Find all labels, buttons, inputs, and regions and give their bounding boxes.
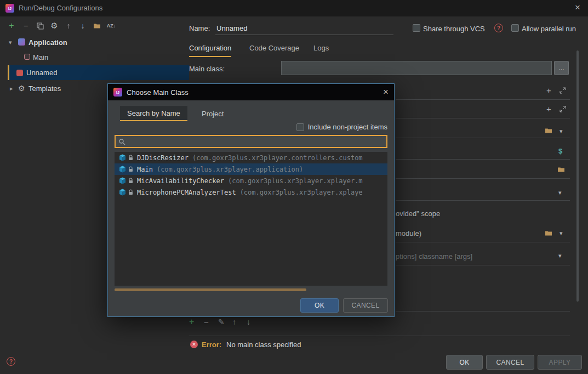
include-non-project-label: Include non-project items	[308, 123, 387, 131]
class-name: MicAvailabilityChecker	[137, 177, 224, 185]
window-titlebar: IJ Run/Debug Configurations ×	[0, 0, 588, 16]
error-label: Error:	[202, 341, 221, 349]
browse-main-class-button[interactable]: ...	[554, 61, 569, 75]
class-cube-icon	[119, 154, 126, 161]
sidebar-item-main[interactable]: Main	[33, 53, 48, 61]
include-non-project-row: Include non-project items	[296, 123, 387, 131]
divider-line	[396, 159, 570, 160]
tab-configuration[interactable]: Configuration	[189, 44, 231, 57]
tab-search-by-name[interactable]: Search by Name	[120, 106, 187, 121]
divider-line	[396, 118, 570, 118]
cancel-button[interactable]: CANCEL	[486, 355, 534, 370]
application-type-icon	[18, 38, 25, 46]
move-up-button[interactable]: ↑	[64, 21, 73, 31]
move-down-button[interactable]: ↓	[247, 318, 250, 326]
add-icon[interactable]: +	[546, 86, 551, 95]
dropdown-arrow-icon[interactable]: ▾	[560, 128, 563, 135]
copy-configuration-button[interactable]	[35, 21, 45, 31]
add-icon[interactable]: +	[546, 104, 551, 114]
vcs-help-icon[interactable]: ?	[494, 24, 503, 32]
selection-stripe	[8, 65, 9, 80]
intellij-logo-icon: IJ	[113, 88, 122, 97]
chevron-right-icon[interactable]: ▸	[10, 85, 13, 92]
unnamed-config-icon	[16, 70, 23, 76]
list-item[interactable]: DJDiscResizer (com.goxr3plus.xr3player.c…	[115, 152, 387, 163]
sidebar-item-unnamed-label: Unnamed	[26, 69, 57, 77]
provided-scope-text: ovided" scope	[396, 209, 440, 218]
sort-configurations-button[interactable]: AZ↓	[106, 21, 116, 31]
edit-pencil-button[interactable]: ✎	[218, 318, 225, 326]
divider-line	[396, 178, 570, 179]
expand-field-icon[interactable]	[560, 87, 566, 94]
remove-item-button[interactable]: −	[204, 318, 209, 327]
search-field	[115, 135, 387, 148]
apply-button[interactable]: APPLY	[538, 355, 582, 370]
class-cube-icon	[119, 189, 126, 196]
share-vcs-checkbox[interactable]	[413, 24, 420, 32]
divider-line	[396, 311, 570, 311]
add-configuration-button[interactable]: +	[7, 21, 16, 31]
expand-field-icon[interactable]	[560, 106, 566, 112]
class-package: (com.goxr3plus.xr3player.application)	[157, 166, 303, 173]
name-value[interactable]: Unnamed	[216, 24, 247, 32]
allow-parallel-label: Allow parallel run	[522, 25, 576, 33]
sidebar-item-templates[interactable]: Templates	[28, 84, 61, 93]
divider-line	[189, 336, 570, 336]
create-folder-button[interactable]	[92, 21, 102, 31]
dropdown-arrow-icon[interactable]: ▾	[558, 189, 562, 196]
divider-line	[396, 265, 570, 265]
class-cube-icon	[119, 177, 126, 184]
move-up-button[interactable]: ↑	[232, 318, 236, 326]
list-item[interactable]: MicrophonePCMAnalyzerTest (com.goxr3plus…	[115, 186, 387, 198]
templates-gear-icon: ⚙	[18, 84, 25, 93]
shorten-command-icon[interactable]: $	[558, 147, 562, 155]
dialog-title: Choose Main Class	[127, 88, 379, 97]
vertical-scrollbar[interactable]	[576, 50, 579, 302]
tab-project[interactable]: Project	[195, 106, 231, 121]
error-icon: ✕	[190, 341, 198, 348]
divider-line	[396, 200, 570, 201]
dropdown-arrow-icon[interactable]: ▾	[558, 252, 562, 259]
name-field-underline	[215, 35, 393, 35]
include-non-project-checkbox[interactable]	[296, 123, 304, 131]
sidebar-item-unnamed[interactable]: Unnamed	[8, 65, 189, 80]
add-item-button[interactable]: +	[189, 317, 194, 327]
dialog-ok-button[interactable]: OK	[300, 298, 339, 313]
sidebar-item-application[interactable]: Application	[28, 38, 67, 47]
class-package: (com.goxr3plus.xr3player.xplaye	[240, 189, 363, 196]
tab-code-coverage[interactable]: Code Coverage	[249, 44, 299, 56]
ok-button[interactable]: OK	[446, 355, 483, 370]
folder-icon[interactable]	[545, 127, 552, 134]
lock-icon	[128, 155, 133, 161]
error-message: No main class specified	[226, 341, 301, 349]
class-search-input[interactable]	[128, 138, 384, 145]
dialog-close-button[interactable]: ×	[383, 88, 389, 97]
edit-defaults-gear-button[interactable]: ⚙	[49, 21, 59, 31]
horizontal-scrollbar[interactable]	[115, 288, 306, 291]
folder-icon[interactable]	[557, 166, 565, 173]
divider-line	[396, 99, 570, 100]
list-item-selected[interactable]: Main (com.goxr3plus.xr3player.applicatio…	[115, 163, 387, 175]
lock-icon	[128, 166, 133, 172]
main-class-input[interactable]	[281, 61, 552, 75]
help-icon[interactable]: ?	[7, 357, 15, 366]
share-vcs-label: Share through VCS	[423, 25, 485, 33]
tab-logs[interactable]: Logs	[313, 44, 329, 56]
class-list: DJDiscResizer (com.goxr3plus.xr3player.c…	[115, 152, 387, 286]
choose-main-class-dialog: IJ Choose Main Class × Search by Name Pr…	[107, 83, 395, 317]
class-cube-icon	[119, 166, 126, 173]
chevron-down-icon[interactable]: ▾	[9, 39, 12, 46]
allow-parallel-checkbox[interactable]	[511, 24, 519, 32]
remove-configuration-button[interactable]: −	[21, 21, 31, 31]
move-down-button[interactable]: ↓	[78, 21, 88, 31]
dialog-cancel-button[interactable]: CANCEL	[343, 298, 388, 313]
list-item[interactable]: MicAvailabilityChecker (com.goxr3plus.xr…	[115, 175, 387, 186]
window-close-button[interactable]: ×	[575, 3, 580, 12]
name-label: Name:	[189, 24, 210, 32]
module-text: module)	[396, 229, 421, 237]
dropdown-arrow-icon[interactable]: ▾	[560, 230, 563, 237]
dialog-titlebar: IJ Choose Main Class ×	[108, 84, 394, 100]
lock-icon	[128, 178, 133, 184]
lock-icon	[128, 189, 133, 195]
folder-icon[interactable]	[545, 230, 552, 236]
